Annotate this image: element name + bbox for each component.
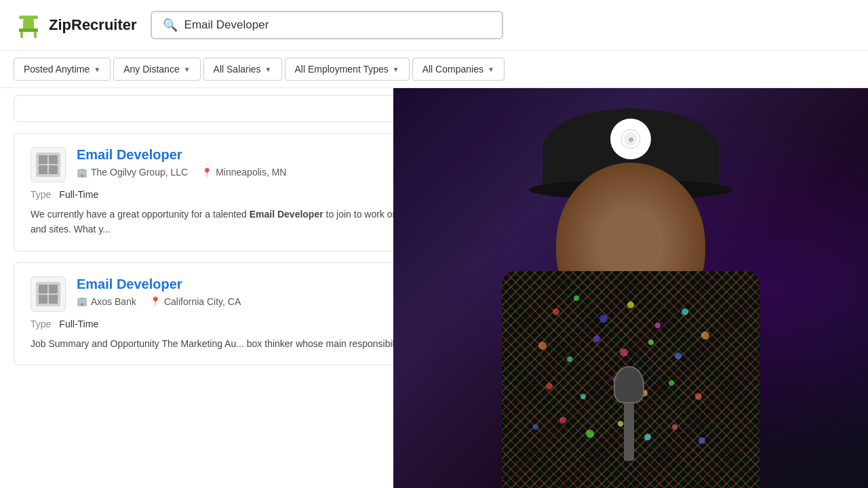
chevron-down-icon: ▼: [393, 66, 399, 73]
svg-rect-4: [19, 28, 38, 32]
filter-posted[interactable]: Posted Anytime ▼: [14, 58, 111, 81]
filter-bar: Posted Anytime ▼ Any Distance ▼ All Sala…: [0, 51, 868, 88]
svg-point-31: [644, 434, 651, 441]
svg-point-20: [701, 331, 709, 340]
hat-badge: ⚙: [610, 119, 651, 159]
svg-point-11: [627, 302, 634, 308]
type-label: Type: [31, 319, 51, 329]
svg-point-21: [546, 383, 553, 390]
job-location: 📍 Minneapolis, MN: [201, 167, 286, 178]
building-icon: 🏢: [77, 167, 87, 178]
chevron-down-icon: ▼: [94, 66, 100, 73]
filter-salary[interactable]: All Salaries ▼: [203, 58, 282, 81]
svg-point-13: [682, 308, 688, 315]
svg-point-30: [618, 421, 623, 426]
svg-point-19: [675, 352, 682, 359]
svg-point-22: [580, 394, 586, 399]
chevron-down-icon: ▼: [184, 66, 191, 73]
search-icon: 🔍: [163, 18, 178, 33]
svg-point-29: [586, 430, 594, 438]
svg-text:⚙: ⚙: [629, 137, 633, 143]
person-overlay: ⚙: [393, 88, 868, 488]
search-bar[interactable]: 🔍: [151, 11, 503, 39]
logo-text: ZipRecruiter: [49, 16, 137, 34]
company-name: 🏢 The Ogilvy Group, LLC: [77, 167, 188, 178]
svg-point-12: [655, 323, 660, 328]
search-input[interactable]: [184, 18, 491, 32]
logo-icon: [14, 10, 43, 40]
svg-point-32: [672, 424, 677, 430]
svg-rect-2: [20, 31, 23, 38]
svg-point-16: [593, 336, 600, 342]
person-image: ⚙: [461, 115, 800, 488]
svg-point-17: [620, 348, 628, 357]
page-header: ZipRecruiter 🔍: [0, 0, 868, 51]
type-value: Full-Time: [59, 189, 98, 200]
logo[interactable]: ZipRecruiter: [14, 10, 137, 40]
svg-point-10: [599, 314, 608, 323]
svg-rect-0: [19, 16, 38, 19]
company-logo: [31, 147, 66, 182]
svg-point-26: [695, 393, 702, 400]
svg-rect-3: [34, 31, 37, 38]
svg-point-8: [553, 308, 559, 315]
svg-point-18: [648, 340, 654, 345]
svg-point-28: [559, 417, 566, 424]
company-logo: [31, 277, 66, 312]
location-icon: 📍: [201, 167, 212, 178]
svg-point-25: [669, 380, 674, 386]
type-value: Full-Time: [59, 319, 98, 329]
svg-point-15: [567, 357, 572, 362]
svg-point-9: [574, 296, 579, 301]
filter-companies[interactable]: All Companies ▼: [412, 58, 505, 81]
svg-point-33: [698, 437, 705, 444]
chevron-down-icon: ▼: [488, 66, 494, 73]
filter-distance[interactable]: Any Distance ▼: [113, 58, 200, 81]
chevron-down-icon: ▼: [265, 66, 272, 73]
svg-point-27: [533, 424, 538, 430]
job-location: 📍 California City, CA: [150, 296, 241, 307]
svg-point-14: [538, 342, 547, 350]
main-layout: Email Developer 🏢 The Ogilvy Group, LLC …: [0, 88, 868, 488]
type-label: Type: [31, 189, 51, 200]
location-icon: 📍: [150, 296, 161, 306]
company-name: 🏢 Axos Bank: [77, 296, 136, 307]
building-icon: 🏢: [77, 296, 87, 306]
filter-employment[interactable]: All Employment Types ▼: [285, 58, 410, 81]
